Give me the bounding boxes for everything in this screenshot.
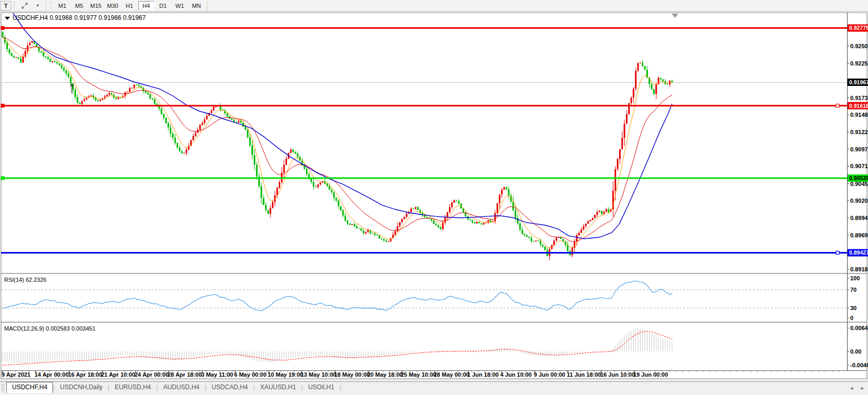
candle-body — [374, 234, 376, 235]
timeframe-button-m15[interactable]: M15 — [88, 1, 104, 10]
candle-body — [134, 85, 135, 88]
candle-body — [247, 130, 248, 137]
text-tool-button[interactable]: T — [1, 1, 11, 10]
chart-tab-eurusd-h4[interactable]: EURUSD,H4 — [109, 382, 156, 393]
candle-body — [317, 184, 319, 187]
candle-body — [567, 245, 568, 251]
candle-body — [585, 224, 587, 226]
candle-body — [542, 245, 544, 247]
time-axis-label: 4 Jun 10:00 — [500, 371, 532, 378]
tabs-scroll-left-button[interactable]: ◄ — [846, 386, 857, 393]
timeframe-button-group: M1M5M15M30H1H4D1W1MN — [54, 1, 205, 10]
candle-body — [580, 229, 582, 233]
chart-static-layer — [0, 12, 868, 381]
candle-body — [40, 51, 42, 52]
y-axis-label: 0.89690 — [850, 232, 868, 238]
chart-tab-usoil-h1[interactable]: USOil,H1 — [303, 382, 339, 393]
timeframe-button-h4[interactable]: H4 — [138, 1, 154, 10]
candle-body — [433, 221, 435, 224]
candle-body — [138, 85, 139, 86]
timeframe-button-mn[interactable]: MN — [189, 1, 204, 10]
candle-body — [56, 62, 58, 63]
candle-body — [529, 237, 530, 238]
candle-body — [599, 211, 600, 212]
candle-body — [170, 127, 171, 134]
candle-body — [338, 201, 339, 206]
timeframe-button-m1[interactable]: M1 — [54, 1, 70, 10]
candle-body — [63, 68, 64, 71]
candle-body — [260, 186, 262, 199]
candle-body — [168, 123, 169, 127]
candle-body — [11, 53, 13, 56]
candle-body — [660, 78, 662, 80]
chart-tab-usdcad-h4[interactable]: USDCAD,H4 — [206, 382, 253, 393]
tabs-scroll-right-button[interactable]: ► — [857, 386, 868, 393]
y-axis-label: 0.91480 — [850, 112, 868, 118]
candle-body — [413, 209, 414, 209]
toolbar-grip — [50, 2, 52, 10]
macd-axis-label: 0.00 — [850, 348, 861, 355]
candle-body — [263, 198, 265, 205]
chart-tab-xauusd-h1[interactable]: XAUUSD,H1 — [255, 382, 301, 393]
candle-body — [195, 133, 196, 136]
candle-body — [179, 147, 180, 151]
candle-body — [644, 67, 646, 70]
candle-body — [54, 61, 56, 62]
time-axis-label: 28 Apr 18:00 — [168, 371, 202, 378]
candle-body — [628, 103, 630, 114]
candle-body — [454, 200, 455, 202]
candle-body — [245, 126, 246, 129]
timeframe-button-w1[interactable]: W1 — [172, 1, 188, 10]
chart-tab-audusd-h4[interactable]: AUDUSD,H4 — [158, 382, 204, 393]
timeframe-button-m30[interactable]: M30 — [105, 1, 120, 10]
price-badge-label: 0.90539 — [849, 175, 868, 181]
candle-body — [279, 182, 280, 188]
chart-tab-usdchf-h4[interactable]: USDCHF,H4 — [6, 382, 53, 393]
candle-body — [249, 137, 251, 146]
chevron-down-icon[interactable]: ▾ — [32, 1, 43, 10]
candle-body — [497, 203, 498, 213]
candle-body — [345, 215, 346, 221]
timeframe-button-m5[interactable]: M5 — [71, 1, 87, 10]
candle-body — [621, 138, 623, 149]
time-axis-label: 24 Apr 00:00 — [135, 371, 169, 378]
crosshair-arrows-icon[interactable] — [18, 1, 31, 10]
candle-body — [331, 190, 333, 192]
candle-body — [251, 145, 253, 155]
candle-body — [340, 206, 342, 211]
candle-body — [424, 215, 425, 217]
candle-body — [638, 63, 639, 71]
candle-body — [161, 108, 162, 114]
candle-body — [335, 198, 337, 201]
y-axis-label: 0.91735 — [850, 95, 868, 101]
candle-body — [524, 234, 525, 235]
candle-body — [15, 57, 17, 58]
candle-body — [478, 222, 480, 223]
candle-body — [499, 194, 500, 203]
price-badge-label: 0.91618 — [849, 103, 868, 109]
timeframe-button-d1[interactable]: D1 — [155, 1, 171, 10]
price-chart-canvas[interactable]: 0.925050.922500.917350.914800.912250.909… — [0, 12, 868, 381]
tab-bar-grip — [2, 384, 4, 392]
candle-body — [485, 223, 487, 223]
candle-body — [572, 248, 573, 255]
candle-body — [519, 224, 521, 230]
candle-body — [79, 103, 81, 104]
timeframe-button-h1[interactable]: H1 — [122, 1, 137, 10]
candle-body — [560, 237, 562, 239]
candle-body — [653, 89, 655, 94]
price-badge-label: 0.89427 — [849, 249, 868, 256]
candle-body — [131, 88, 133, 89]
candle-body — [463, 209, 464, 212]
y-axis-label: 0.90715 — [850, 163, 868, 169]
candle-body — [367, 230, 369, 232]
candle-body — [97, 100, 98, 101]
chart-tab-usdcnh-daily[interactable]: USDCNH,Daily — [54, 382, 107, 393]
candle-body — [13, 56, 15, 58]
candle-body — [285, 159, 287, 164]
candle-body — [533, 242, 534, 242]
candle-body — [22, 57, 24, 62]
toolbar-separator — [46, 1, 46, 10]
candle-body — [388, 242, 389, 242]
candle-body — [243, 123, 244, 126]
